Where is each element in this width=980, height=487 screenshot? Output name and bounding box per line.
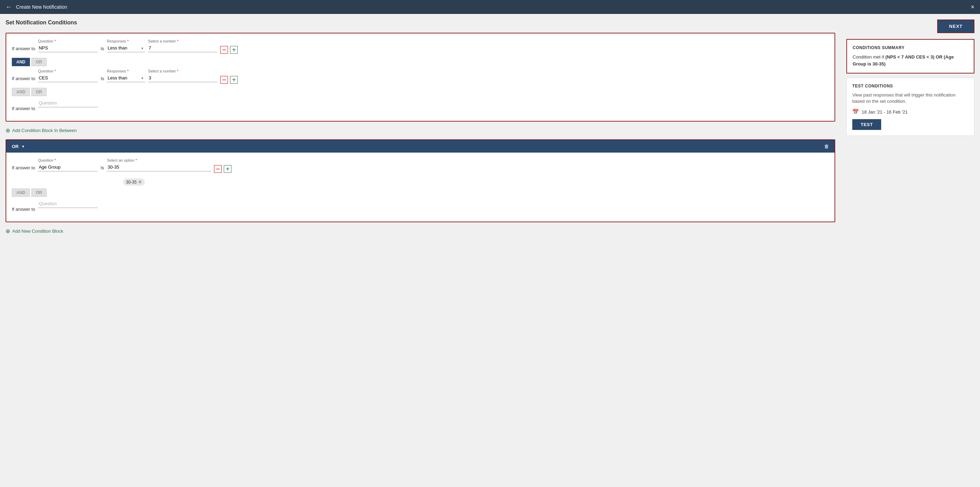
condition-block-1: If answer to Question * Is Responses *: [6, 33, 835, 121]
response-select-1[interactable]: Less than Greater than Equal to: [107, 44, 145, 52]
response-select-wrapper-1: Responses * Less than Greater than Equal…: [107, 39, 145, 52]
condition-row-ag-placeholder: If answer to: [12, 200, 829, 212]
option-input-ag-1[interactable]: [107, 163, 211, 171]
tag-label: 30-35: [126, 180, 137, 185]
close-button[interactable]: ×: [970, 3, 974, 11]
or-button-1[interactable]: OR: [31, 58, 47, 66]
test-conditions-description: View past responses that will trigger th…: [852, 92, 969, 104]
action-icons-ag-1: − +: [214, 165, 231, 173]
test-button[interactable]: TEST: [852, 119, 881, 130]
age-group-tag: 30-35 ✕: [123, 178, 145, 186]
option-field-ag-1: Select an option *: [107, 158, 211, 171]
test-conditions-section: TEST CONDITIONS View past responses that…: [846, 78, 974, 136]
remove-row-ag-1-button[interactable]: −: [214, 165, 222, 173]
condition-block-2: OR ▼ 🗑 If answer to Question * Is: [6, 139, 835, 222]
page-title: Create New Notification: [16, 4, 67, 10]
question-input-1[interactable]: [38, 44, 98, 52]
number-input-1[interactable]: [148, 44, 218, 52]
add-new-condition-block[interactable]: ⊕ Add New Condition Block: [6, 227, 835, 236]
condition-row-1: If answer to Question * Is Responses *: [12, 39, 829, 54]
or-button-ag[interactable]: OR: [31, 188, 47, 197]
conditions-summary-box: CONDITIONS SUMMARY Condition met if (NPS…: [846, 39, 974, 73]
add-row-1-button[interactable]: +: [230, 46, 238, 54]
conditions-summary-title: CONDITIONS SUMMARY: [853, 45, 968, 50]
remove-tag-button[interactable]: ✕: [138, 179, 142, 185]
remove-row-1-button[interactable]: −: [220, 46, 228, 54]
and-button-ag[interactable]: AND: [12, 188, 30, 197]
or-header: OR ▼ 🗑: [6, 140, 835, 153]
and-button-1[interactable]: AND: [12, 58, 30, 66]
question-input-ag-placeholder[interactable]: [38, 200, 98, 208]
right-panel: NEXT CONDITIONS SUMMARY Condition met if…: [841, 14, 980, 487]
question-field-2: Question *: [38, 69, 98, 82]
and-or-row-2: AND OR: [12, 88, 829, 96]
if-answer-label-2: If answer to: [12, 76, 35, 81]
next-button[interactable]: NEXT: [937, 19, 974, 33]
left-panel: Set Notification Conditions If answer to…: [0, 14, 841, 487]
test-conditions-title: TEST CONDITIONS: [852, 84, 969, 88]
top-bar: ← Create New Notification ×: [0, 0, 980, 14]
response-select-2[interactable]: Less than Greater than Equal to: [107, 74, 145, 82]
number-field-2: Select a number *: [148, 69, 218, 82]
question-input-3-placeholder[interactable]: [38, 99, 98, 107]
if-answer-label-1: If answer to: [12, 46, 35, 51]
question-field-ag-1: Question *: [38, 158, 98, 171]
response-select-wrapper-2: Responses * Less than Greater than Equal…: [107, 69, 145, 82]
number-input-2[interactable]: [148, 74, 218, 82]
question-input-ag-1[interactable]: [38, 163, 98, 171]
condition-row-3-placeholder: If answer to: [12, 99, 829, 111]
or-chevron-icon[interactable]: ▼: [22, 145, 25, 148]
section-title: Set Notification Conditions: [6, 19, 835, 26]
and-or-row-1: AND OR: [12, 58, 829, 66]
conditions-summary-text: Condition met if (NPS < 7 AND CES < 3) O…: [853, 54, 968, 67]
remove-row-2-button[interactable]: −: [220, 76, 228, 84]
condition-row-ag-1: If answer to Question * Is Select an opt…: [12, 158, 829, 173]
and-button-2[interactable]: AND: [12, 88, 30, 96]
is-label-ag-1: Is: [100, 165, 104, 170]
and-or-row-ag: AND OR: [12, 188, 829, 197]
next-button-container: NEXT: [937, 19, 974, 33]
plus-circle-icon: ⊕: [6, 127, 10, 134]
is-label-1: Is: [100, 46, 104, 51]
tag-row: 30-35 ✕: [123, 177, 829, 186]
add-condition-block-label: Add Condition Block In Between: [12, 128, 77, 133]
if-answer-label-ag-1: If answer to: [12, 165, 35, 170]
action-icons-1: − +: [220, 46, 238, 54]
back-button[interactable]: ←: [6, 3, 12, 11]
add-row-ag-1-button[interactable]: +: [224, 165, 231, 173]
condition-row-2: If answer to Question * Is Responses *: [12, 69, 829, 84]
question-input-2[interactable]: [38, 74, 98, 82]
date-range-row: 📅 18 Jan '21 - 16 Feb '21: [852, 109, 969, 115]
add-new-block-label: Add New Condition Block: [12, 228, 63, 234]
is-label-2: Is: [100, 76, 104, 81]
delete-or-block-button[interactable]: 🗑: [824, 144, 829, 149]
question-field-1: Question *: [38, 39, 98, 52]
calendar-icon: 📅: [852, 109, 859, 115]
or-header-label: OR: [12, 144, 19, 149]
main-layout: Set Notification Conditions If answer to…: [0, 14, 980, 487]
date-range-text: 18 Jan '21 - 16 Feb '21: [862, 109, 908, 115]
or-block-content: If answer to Question * Is Select an opt…: [6, 153, 835, 222]
add-condition-block-in-between[interactable]: ⊕ Add Condition Block In Between: [6, 126, 835, 135]
action-icons-2: − +: [220, 76, 238, 84]
plus-circle-new-icon: ⊕: [6, 228, 10, 235]
or-button-2[interactable]: OR: [31, 88, 47, 96]
add-row-2-button[interactable]: +: [230, 76, 238, 84]
number-field-1: Select a number *: [148, 39, 218, 52]
